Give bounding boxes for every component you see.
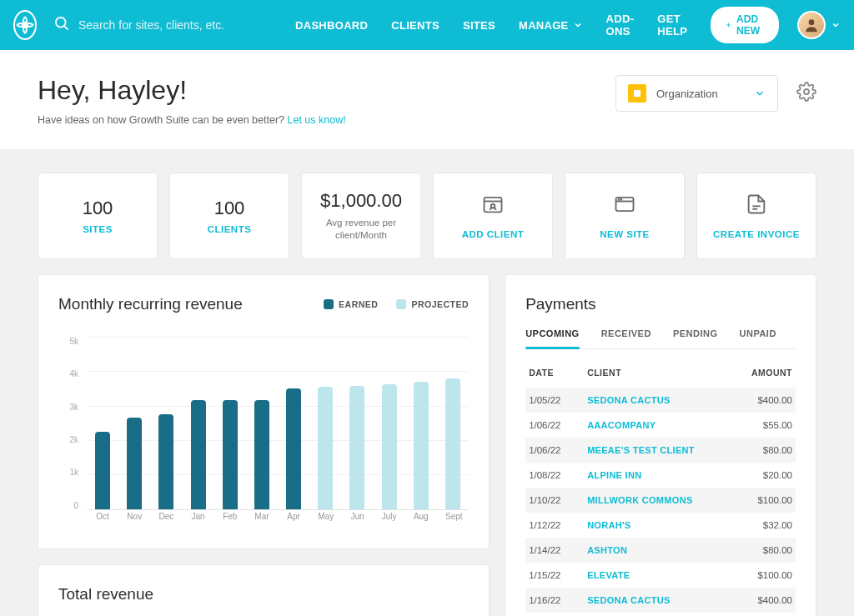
x-label: Feb xyxy=(223,512,238,528)
chart-bar xyxy=(254,400,269,508)
payments-table: DATE CLIENT AMOUNT 1/05/22SEDONA CACTUS$… xyxy=(525,358,796,613)
table-row: 1/06/22AAACOMPANY$55.00 xyxy=(525,413,796,438)
action-label: CREATE INVOICE xyxy=(713,229,800,239)
create-invoice-button[interactable]: CREATE INVOICE xyxy=(696,173,816,259)
x-label: Jan xyxy=(191,512,206,528)
chevron-down-icon xyxy=(754,88,766,99)
nav-dashboard[interactable]: DASHBOARD xyxy=(295,19,368,32)
greeting-block: Hey, Hayley! Have ideas on how Growth Su… xyxy=(38,75,346,126)
cell-client-link[interactable]: ALPINE INN xyxy=(587,470,729,480)
search-input[interactable] xyxy=(78,18,270,32)
stat-label: SITES xyxy=(83,224,113,234)
settings-button[interactable] xyxy=(796,82,816,105)
svg-point-7 xyxy=(804,89,809,94)
legend-swatch xyxy=(396,299,406,309)
cell-client-link[interactable]: MEEAE'S TEST CLIENT xyxy=(587,445,729,455)
organization-icon xyxy=(628,84,646,103)
total-revenue-panel: Total revenue $22,311 as of today 10.32%… xyxy=(38,564,490,616)
column-amount: AMOUNT xyxy=(729,368,792,378)
content: 100 SITES 100 CLIENTS $1,000.00 Avg reve… xyxy=(0,149,854,616)
x-label: Apr xyxy=(286,512,301,528)
chart-bar xyxy=(414,382,429,509)
svg-rect-6 xyxy=(634,90,640,97)
tab-pending[interactable]: PENDING xyxy=(673,328,718,348)
search-wrap xyxy=(53,15,295,35)
chevron-down-icon xyxy=(573,20,583,30)
stat-clients[interactable]: 100 CLIENTS xyxy=(169,173,289,259)
search-icon[interactable] xyxy=(53,15,70,35)
payments-rows: 1/05/22SEDONA CACTUS$400.001/06/22AAACOM… xyxy=(525,388,796,613)
tab-unpaid[interactable]: UNPAID xyxy=(740,328,776,348)
cell-date: 1/05/22 xyxy=(529,395,587,405)
cell-amount: $80.00 xyxy=(729,445,792,455)
nav-addons[interactable]: ADD-ONS xyxy=(606,13,635,38)
y-tick: 1k xyxy=(58,468,78,477)
x-label: May xyxy=(318,512,333,528)
organization-label: Organization xyxy=(656,88,744,100)
cell-client-link[interactable]: SEDONA CACTUS xyxy=(587,595,729,605)
cell-date: 1/06/22 xyxy=(529,420,587,430)
new-site-button[interactable]: NEW SITE xyxy=(565,173,685,259)
tab-received[interactable]: RECEIVED xyxy=(601,328,651,348)
legend-projected: PROJECTED xyxy=(396,299,469,309)
legend-label: PROJECTED xyxy=(411,299,469,309)
right-column: Payments UPCOMINGRECEIVEDPENDINGUNPAID D… xyxy=(505,274,816,616)
nav-links: DASHBOARD CLIENTS SITES MANAGE ADD-ONS G… xyxy=(295,7,779,43)
cell-date: 1/06/22 xyxy=(529,445,587,455)
chart-bar xyxy=(349,386,364,509)
cell-date: 1/10/22 xyxy=(529,495,587,505)
user-menu[interactable] xyxy=(797,11,841,39)
stat-value: 100 xyxy=(83,198,113,219)
nav-manage[interactable]: MANAGE xyxy=(519,19,583,32)
chart-bar xyxy=(318,387,333,509)
add-client-button[interactable]: ADD CLIENT xyxy=(433,173,553,259)
organization-select[interactable]: Organization xyxy=(615,75,778,112)
column-client: CLIENT xyxy=(587,368,729,378)
table-row: 1/15/22ELEVATE$100.00 xyxy=(525,563,796,588)
cell-date: 1/12/22 xyxy=(529,520,587,530)
cell-client-link[interactable]: ELEVATE xyxy=(587,570,729,580)
tab-upcoming[interactable]: UPCOMING xyxy=(525,328,580,348)
add-new-button[interactable]: ADD NEW xyxy=(711,7,779,43)
chart-bar xyxy=(445,378,460,508)
cell-amount: $32.00 xyxy=(729,520,792,530)
subtitle-link[interactable]: Let us know! xyxy=(288,114,346,126)
cell-amount: $80.00 xyxy=(729,545,792,555)
cell-client-link[interactable]: ASHTON xyxy=(587,545,729,555)
chevron-down-icon xyxy=(831,20,841,30)
greeting-subtitle: Have ideas on how Growth Suite can be ev… xyxy=(38,114,346,126)
cell-client-link[interactable]: SEDONA CACTUS xyxy=(587,395,729,405)
stats-row: 100 SITES 100 CLIENTS $1,000.00 Avg reve… xyxy=(38,173,816,259)
chart-area: 5k4k3k2k1k0 OctNovDecJanFebMarAprMayJunJ… xyxy=(58,337,469,528)
cell-date: 1/14/22 xyxy=(529,545,587,555)
chart-bar xyxy=(223,400,238,508)
header-bar: Hey, Hayley! Have ideas on how Growth Su… xyxy=(0,50,854,149)
table-row: 1/12/22NORAH'S$32.00 xyxy=(525,513,796,538)
cell-amount: $400.00 xyxy=(729,595,792,605)
chart-plot xyxy=(87,337,469,510)
svg-point-11 xyxy=(618,199,619,200)
cell-date: 1/08/22 xyxy=(529,470,587,480)
x-label: Jun xyxy=(349,512,364,528)
table-row: 1/14/22ASHTON$80.00 xyxy=(525,538,796,563)
table-row: 1/16/22SEDONA CACTUS$400.00 xyxy=(525,588,796,613)
cell-client-link[interactable]: NORAH'S xyxy=(587,520,729,530)
stat-label: Avg revenue per client/Month xyxy=(310,217,412,242)
payments-panel: Payments UPCOMINGRECEIVEDPENDINGUNPAID D… xyxy=(505,274,816,616)
cell-amount: $400.00 xyxy=(729,395,792,405)
stat-sites[interactable]: 100 SITES xyxy=(38,173,158,259)
chart-header: Monthly recurring revenue EARNED PROJECT… xyxy=(58,295,469,313)
y-tick: 5k xyxy=(58,337,78,346)
cell-client-link[interactable]: MILLWORK COMMONS xyxy=(587,495,729,505)
chart-bar xyxy=(191,400,206,508)
x-label: Nov xyxy=(127,512,142,528)
cell-client-link[interactable]: AAACOMPANY xyxy=(587,420,729,430)
nav-clients[interactable]: CLIENTS xyxy=(391,19,440,32)
nav-help[interactable]: GET HELP xyxy=(657,13,687,38)
x-label: July xyxy=(382,512,397,528)
svg-line-2 xyxy=(64,26,68,29)
nav-manage-label: MANAGE xyxy=(519,19,569,32)
chart-bar xyxy=(127,418,142,509)
nav-sites[interactable]: SITES xyxy=(463,19,495,32)
logo[interactable] xyxy=(13,10,37,40)
